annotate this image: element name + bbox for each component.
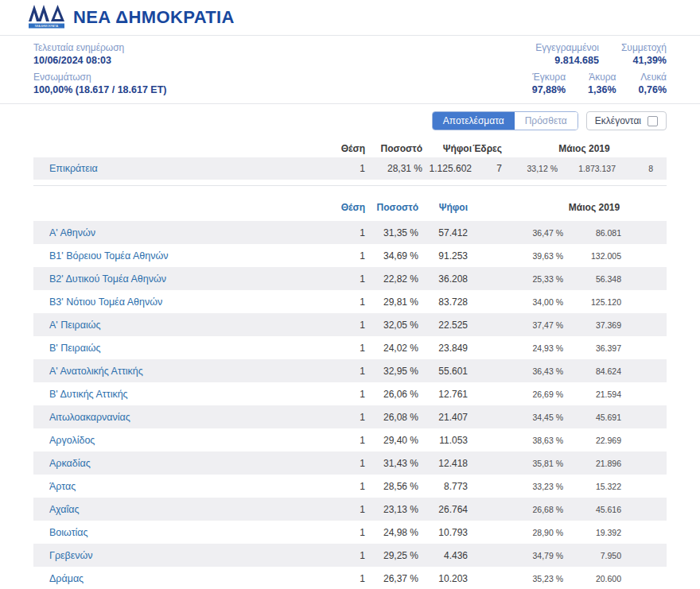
last-update-label: Τελευταία ενημέρωση — [33, 41, 124, 54]
district-may-percent: 36,47 % — [468, 228, 563, 238]
district-row: Αργολίδος 1 29,40 % 11.053 38,63 % 22.96… — [33, 428, 667, 451]
district-row: Α' Αθηνών 1 31,35 % 57.412 36,47 % 86.08… — [33, 221, 667, 244]
district-position: 1 — [317, 527, 365, 538]
elected-label: Εκλέγονται — [595, 115, 641, 126]
blank-value: 0,76% — [639, 83, 667, 96]
col-percent[interactable]: Ποσοστό — [365, 202, 418, 213]
col-position[interactable]: Θέση — [317, 202, 365, 213]
district-votes: 12.418 — [418, 458, 468, 469]
tab-results[interactable]: Αποτελέσματα — [433, 112, 515, 130]
elected-toggle-button[interactable]: Εκλέγονται — [586, 111, 667, 130]
national-position: 1 — [317, 163, 365, 174]
district-may-percent: 26,68 % — [468, 505, 563, 514]
last-update-stat: Τελευταία ενημέρωση 10/06/2024 08:03 — [33, 41, 124, 67]
district-votes: 8.773 — [418, 481, 468, 492]
integration-value: 100,00% (18.617 / 18.617 ΕΤ) — [33, 83, 166, 96]
district-votes: 91.253 — [418, 250, 468, 262]
district-may-votes: 37.369 — [563, 320, 621, 330]
valid-value: 97,88% — [532, 83, 566, 96]
district-link[interactable]: Β2' Δυτικού Τομέα Αθηνών — [49, 273, 166, 285]
district-percent: 28,56 % — [365, 481, 418, 492]
district-position: 1 — [317, 320, 365, 331]
district-link[interactable]: Α' Ανατολικής Αττικής — [49, 366, 143, 377]
district-position: 1 — [317, 504, 365, 515]
col-seats: Έδρες — [472, 143, 502, 154]
district-position: 1 — [317, 296, 365, 308]
district-may-percent: 24,93 % — [468, 343, 563, 353]
district-link[interactable]: Άρτας — [49, 481, 76, 492]
district-link[interactable]: Βοιωτίας — [49, 527, 88, 538]
district-position: 1 — [317, 550, 365, 561]
district-votes: 83.728 — [418, 296, 468, 308]
district-may-votes: 45.616 — [563, 505, 621, 514]
district-percent: 29,25 % — [365, 550, 418, 561]
district-position: 1 — [317, 250, 365, 262]
district-may-percent: 39,63 % — [468, 251, 563, 261]
district-row: Δράμας 1 26,37 % 10.203 35,23 % 20.600 — [33, 567, 667, 589]
district-position: 1 — [317, 273, 365, 285]
district-may-votes: 19.392 — [563, 528, 621, 537]
district-link[interactable]: Α' Πειραιώς — [49, 320, 100, 331]
district-votes: 57.412 — [418, 227, 468, 238]
district-percent: 26,06 % — [365, 389, 418, 400]
district-percent: 32,95 % — [365, 366, 418, 377]
district-link[interactable]: Β3' Νότιου Τομέα Αθηνών — [49, 296, 162, 308]
district-link[interactable]: Αρκαδίας — [49, 458, 91, 469]
district-link[interactable]: Δράμας — [49, 573, 84, 584]
district-may-percent: 25,33 % — [468, 274, 563, 284]
district-link[interactable]: Β' Δυτικής Αττικής — [49, 389, 128, 400]
page-title: ΝΕΑ ΔΗΜΟΚΡΑΤΙΑ — [73, 7, 235, 28]
district-may-votes: 20.600 — [563, 574, 621, 583]
district-may-percent: 28,90 % — [468, 528, 563, 537]
registered-value: 9.814.685 — [535, 54, 599, 67]
district-may-percent: 34,79 % — [468, 551, 563, 560]
district-votes: 22.525 — [418, 320, 468, 331]
district-percent: 32,05 % — [365, 320, 418, 331]
district-percent: 31,35 % — [365, 227, 418, 238]
national-row-link[interactable]: Επικράτεια — [49, 163, 98, 174]
national-table-header: Θέση Ποσοστό Ψήφοι Έδρες Μάιος 2019 — [33, 140, 667, 157]
district-may-votes: 132.005 — [563, 251, 621, 261]
district-row: Γρεβενών 1 29,25 % 4.436 34,79 % 7.950 — [33, 544, 667, 567]
district-may-votes: 84.624 — [563, 366, 621, 376]
turnout-stat: Συμμετοχή 41,39% — [621, 41, 667, 67]
district-votes: 21.407 — [418, 412, 468, 423]
district-row: Αχαΐας 1 23,13 % 26.764 26,68 % 45.616 — [33, 498, 667, 521]
district-link[interactable]: Γρεβενών — [49, 550, 93, 561]
district-link[interactable]: Α' Αθηνών — [49, 227, 95, 238]
district-link[interactable]: Β1' Βόρειου Τομέα Αθηνών — [49, 250, 168, 262]
district-percent: 26,08 % — [365, 412, 418, 423]
district-votes: 11.053 — [418, 435, 468, 446]
district-table: Θέση Ποσοστό Ψήφοι Μάιος 2019 Α' Αθηνών … — [33, 199, 667, 589]
district-votes: 4.436 — [418, 550, 468, 561]
district-link[interactable]: Αργολίδος — [49, 435, 95, 446]
district-votes: 23.849 — [418, 343, 468, 354]
invalid-value: 1,36% — [588, 83, 616, 96]
district-percent: 26,37 % — [365, 573, 418, 584]
district-table-header: Θέση Ποσοστό Ψήφοι Μάιος 2019 — [33, 199, 667, 216]
national-may-seats: 8 — [616, 164, 653, 173]
district-percent: 29,81 % — [365, 296, 418, 308]
district-percent: 23,13 % — [365, 504, 418, 515]
district-percent: 22,82 % — [365, 273, 418, 285]
elected-checkbox[interactable] — [648, 116, 658, 126]
district-link[interactable]: Αχαΐας — [49, 504, 80, 515]
nd-logo[interactable]: ΝΕΑ ΔΗΜΟΚΡΑΤΙΑ — [28, 2, 66, 33]
col-votes[interactable]: Ψήφοι — [418, 202, 468, 213]
svg-text:ΝΕΑ ΔΗΜΟΚΡΑΤΙΑ: ΝΕΑ ΔΗΜΟΚΡΑΤΙΑ — [35, 25, 59, 28]
district-position: 1 — [317, 412, 365, 423]
district-link[interactable]: Β' Πειραιώς — [49, 343, 100, 354]
district-percent: 29,40 % — [365, 435, 418, 446]
valid-label: Έγκυρα — [532, 71, 566, 83]
national-percent: 28,31 % — [365, 163, 422, 174]
registered-stat: Εγγεγραμμένοι 9.814.685 — [535, 41, 599, 67]
turnout-value: 41,39% — [621, 54, 667, 67]
district-link[interactable]: Αιτωλοακαρνανίας — [49, 412, 130, 423]
district-may-percent: 26,69 % — [468, 389, 563, 399]
tab-extras[interactable]: Πρόσθετα — [515, 112, 578, 130]
district-may-votes: 56.348 — [563, 274, 621, 284]
district-votes: 26.764 — [418, 504, 468, 515]
table-separator — [33, 185, 667, 186]
district-row: Βοιωτίας 1 24,98 % 10.793 28,90 % 19.392 — [33, 521, 667, 544]
national-table: Θέση Ποσοστό Ψήφοι Έδρες Μάιος 2019 Επικ… — [33, 140, 667, 186]
